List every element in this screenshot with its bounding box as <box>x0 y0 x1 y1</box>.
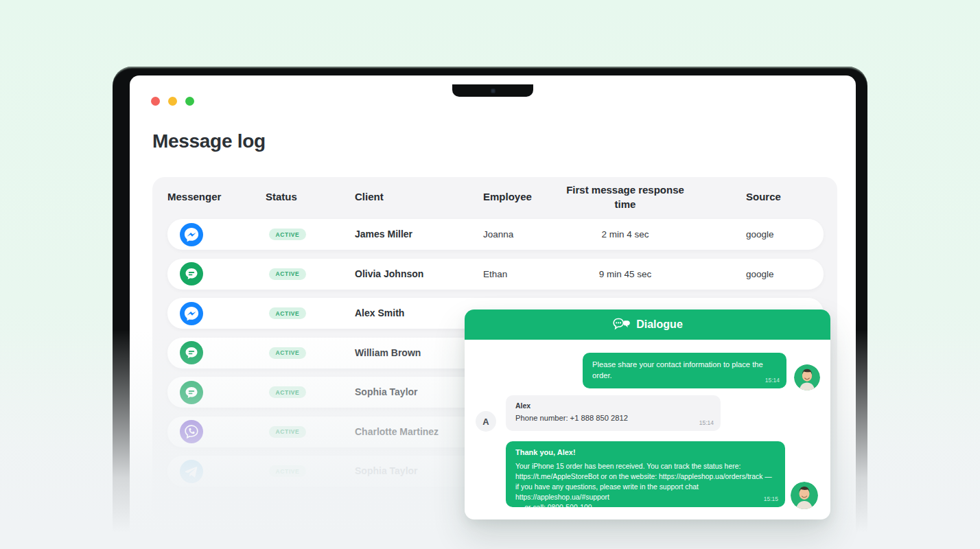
status-badge: ACTIVE <box>269 307 306 319</box>
column-header-client: Client <box>355 191 384 202</box>
chat-icon <box>180 381 203 404</box>
column-header-status: Status <box>266 191 297 202</box>
zoom-window-icon[interactable] <box>185 97 194 106</box>
webcam-icon <box>491 89 495 93</box>
table-header-row: Messenger Status Client Employee First m… <box>152 177 837 217</box>
chat-bubbles-icon <box>612 318 631 331</box>
message-text: Please share your contact information to… <box>592 360 763 379</box>
dialogue-popup: Dialogue Please share your contact infor… <box>465 309 830 519</box>
chat-message-outgoing: Please share your contact information to… <box>583 353 786 388</box>
client-name: William Brown <box>355 338 421 369</box>
facebook-messenger-icon <box>180 223 203 246</box>
chat-message-outgoing: Thank you, Alex! Your iPhone 15 order ha… <box>506 441 785 507</box>
status-badge: ACTIVE <box>269 229 306 240</box>
chat-message-incoming: Alex Phone number: +1 888 850 2812 15:14 <box>506 395 721 431</box>
laptop-notch <box>452 84 533 97</box>
client-name: Olivia Johnson <box>355 259 423 290</box>
dialogue-header: Dialogue <box>465 309 830 340</box>
client-avatar: A <box>476 411 496 432</box>
sender-name: Alex <box>515 401 711 411</box>
column-header-source: Source <box>746 191 781 202</box>
close-window-icon[interactable] <box>151 97 160 106</box>
source-value: google <box>746 259 774 290</box>
client-name: Sophia Taylor <box>355 456 418 487</box>
status-badge: ACTIVE <box>269 465 306 477</box>
chat-icon <box>180 341 203 364</box>
message-time: 15:15 <box>764 495 778 503</box>
agent-avatar <box>791 482 818 509</box>
chat-icon <box>180 262 203 285</box>
client-name: James Miller <box>355 219 412 250</box>
client-name: Alex Smith <box>355 298 404 329</box>
page-title: Message log <box>152 130 266 152</box>
source-value: google <box>746 219 774 250</box>
employee-name: Joanna <box>483 219 513 250</box>
client-name: Charlotte Martinez <box>355 417 439 447</box>
dialogue-title: Dialogue <box>636 318 683 331</box>
page-background: Message log Messenger Status Client Empl… <box>0 0 980 549</box>
status-badge: ACTIVE <box>269 347 306 359</box>
message-call-line: — or call: 0800-500-100 <box>515 502 775 513</box>
status-badge: ACTIVE <box>269 426 306 438</box>
message-time: 15:14 <box>699 419 714 427</box>
status-badge: ACTIVE <box>269 386 306 398</box>
employee-name: Ethan <box>483 259 507 290</box>
message-greeting: Thank you, Alex! <box>515 447 775 458</box>
table-row[interactable]: ACTIVE James Miller Joanna 2 min 4 sec g… <box>167 219 824 250</box>
message-text: Your iPhone 15 order has been received. … <box>515 461 775 502</box>
message-time: 15:14 <box>765 376 780 384</box>
response-time: 2 min 4 sec <box>552 219 699 250</box>
table-row[interactable]: ACTIVE Olivia Johnson Ethan 9 min 45 sec… <box>167 259 824 290</box>
viber-icon <box>180 420 203 443</box>
message-text: Phone number: +1 888 850 2812 <box>515 412 711 423</box>
column-header-employee: Employee <box>483 191 532 202</box>
column-header-messenger: Messenger <box>167 191 221 202</box>
column-header-response-time: First message response time <box>564 183 686 211</box>
client-name: Sophia Taylor <box>355 377 418 408</box>
response-time: 9 min 45 sec <box>552 259 699 290</box>
telegram-icon <box>180 460 203 483</box>
minimize-window-icon[interactable] <box>168 97 177 106</box>
agent-avatar <box>794 364 820 390</box>
facebook-messenger-icon <box>180 302 203 325</box>
window-traffic-lights <box>151 97 194 106</box>
status-badge: ACTIVE <box>269 268 306 280</box>
